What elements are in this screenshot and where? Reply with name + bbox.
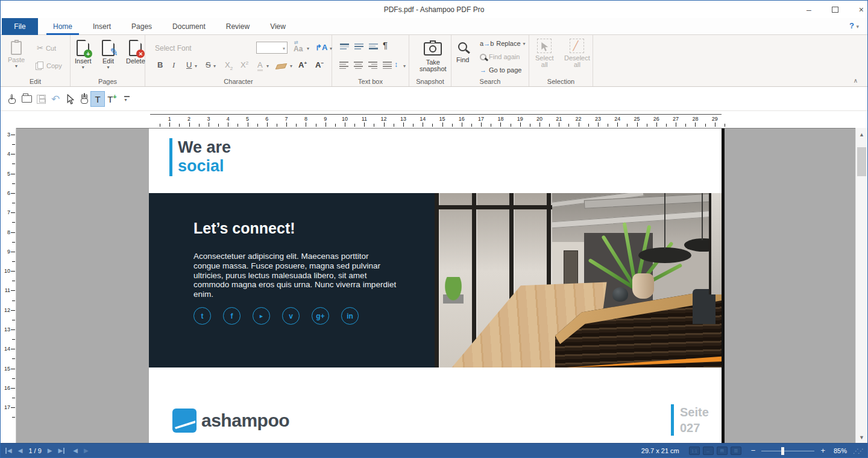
- previous-page-button[interactable]: ◀: [18, 448, 23, 454]
- workspace[interactable]: We are social Let’s connect! Aconsectetu…: [16, 128, 857, 444]
- group-pages: + Insert ▾ ✎ Edit ▾ × Delete Pages: [71, 35, 145, 86]
- h-ruler-tick: [345, 122, 345, 127]
- copy-button[interactable]: Copy: [36, 62, 62, 70]
- strikethrough-button[interactable]: S: [206, 60, 211, 69]
- tab-file[interactable]: File: [2, 18, 38, 35]
- zoom-out-button[interactable]: −: [751, 447, 756, 454]
- paste-button[interactable]: Paste ▾: [8, 41, 25, 68]
- tab-review[interactable]: Review: [216, 18, 260, 35]
- font-name-combo[interactable]: Select Font: [155, 44, 192, 52]
- zoom-in-button[interactable]: +: [820, 447, 825, 454]
- maximize-button[interactable]: [832, 7, 838, 13]
- tab-view[interactable]: View: [260, 18, 296, 35]
- insert-page-button[interactable]: + Insert ▾: [75, 40, 92, 69]
- shrink-font-button[interactable]: A−: [315, 60, 324, 69]
- close-button[interactable]: ×: [859, 5, 864, 14]
- find-again-button[interactable]: Find again: [480, 53, 520, 60]
- superscript-button[interactable]: X2: [241, 60, 248, 69]
- pilcrow-icon[interactable]: ¶: [383, 40, 388, 50]
- align-right-icon[interactable]: [368, 62, 377, 69]
- change-case-button[interactable]: ⇄Aa: [294, 45, 303, 53]
- align-left-icon[interactable]: [339, 62, 348, 69]
- save-file-button[interactable]: [34, 92, 48, 106]
- vimeo-icon: v: [282, 307, 300, 325]
- underline-button[interactable]: U: [186, 60, 192, 69]
- first-page-button[interactable]: ◀: [5, 448, 12, 454]
- zoom-slider[interactable]: [761, 447, 814, 455]
- select-all-button[interactable]: Select all: [535, 39, 554, 68]
- chevron-down-icon[interactable]: ▾: [266, 63, 269, 69]
- facebook-icon: f: [223, 307, 241, 325]
- add-text-tool[interactable]: T+: [105, 92, 119, 106]
- scroll-down-icon[interactable]: ▼: [856, 434, 867, 441]
- tab-pages[interactable]: Pages: [121, 18, 162, 35]
- font-size-combo[interactable]: ▾: [256, 42, 288, 54]
- delete-page-button[interactable]: × Delete: [126, 40, 145, 65]
- v-ruler-tick: [11, 271, 15, 272]
- pdf-page[interactable]: We are social Let’s connect! Aconsectetu…: [149, 129, 722, 444]
- deselect-all-button[interactable]: ╱ Deselect all: [564, 39, 590, 68]
- resize-grip-icon[interactable]: ⋰⋰: [853, 448, 863, 454]
- pan-tool[interactable]: [78, 92, 91, 106]
- align-justify-icon[interactable]: [383, 62, 392, 69]
- replace-button[interactable]: a→b Replace ▾: [480, 40, 526, 47]
- tab-insert[interactable]: Insert: [83, 18, 121, 35]
- grow-font-button[interactable]: A+: [298, 60, 307, 69]
- undo-button[interactable]: ↶: [49, 92, 62, 106]
- toolbar-options-button[interactable]: [120, 92, 133, 106]
- next-page-button[interactable]: ▶: [48, 448, 52, 454]
- vertical-scrollbar[interactable]: ▲ ▼: [855, 128, 867, 444]
- h-ruler-number: 28: [692, 116, 698, 122]
- take-snapshot-button[interactable]: Take snapshot: [420, 42, 447, 72]
- history-back-button[interactable]: ◀: [73, 448, 78, 454]
- text-direction-button[interactable]: ↱A: [315, 43, 327, 52]
- open-file-button[interactable]: [20, 92, 33, 106]
- single-page-button[interactable]: ▤: [717, 447, 728, 455]
- zoom-slider-thumb[interactable]: [781, 447, 784, 455]
- history-forward-button[interactable]: ▶: [84, 448, 89, 454]
- v-ruler-number: 6: [7, 190, 10, 196]
- italic-button[interactable]: I: [172, 60, 175, 70]
- minimize-button[interactable]: –: [807, 5, 811, 14]
- cut-button[interactable]: ✂ Cut: [37, 43, 56, 52]
- tab-home[interactable]: Home: [43, 18, 83, 35]
- facing-pages-button[interactable]: ▥: [731, 447, 741, 455]
- chevron-down-icon[interactable]: ▾: [213, 63, 216, 69]
- page-navigation: ◀ ◀ 1 / 9 ▶ ▶ ◀ ▶: [5, 444, 89, 458]
- align-middle-icon[interactable]: [354, 43, 363, 49]
- hand-icon: [80, 94, 89, 104]
- chevron-down-icon[interactable]: ▾: [307, 46, 309, 51]
- h-ruler-tick: [520, 122, 521, 127]
- edit-page-button[interactable]: ✎ Edit ▾: [102, 40, 115, 69]
- hand-link-tool[interactable]: [5, 92, 19, 106]
- font-color-button[interactable]: A: [257, 60, 263, 71]
- scrollbar-thumb[interactable]: [857, 147, 866, 176]
- highlighter-icon[interactable]: [275, 63, 288, 69]
- document-viewport: 34567891011121314151617 We are social Le…: [1, 128, 867, 444]
- group-label-pages: Pages: [71, 78, 145, 85]
- find-button[interactable]: Find: [456, 42, 469, 63]
- help-button[interactable]: ? ▾: [849, 21, 859, 30]
- bold-button[interactable]: B: [157, 60, 163, 69]
- subscript-button[interactable]: X2: [225, 60, 233, 71]
- align-top-icon[interactable]: [340, 43, 349, 49]
- line-spacing-icon[interactable]: ↕: [394, 60, 398, 69]
- chevron-down-icon: ▾: [82, 66, 84, 69]
- align-bottom-icon[interactable]: [369, 43, 378, 49]
- chevron-down-icon[interactable]: ▾: [195, 63, 197, 69]
- chevron-down-icon[interactable]: ▾: [290, 63, 292, 69]
- scroll-up-icon[interactable]: ▲: [856, 132, 867, 138]
- fit-width-button[interactable]: ↔: [703, 447, 714, 455]
- actual-size-button[interactable]: 1:1: [689, 447, 700, 455]
- collapse-ribbon-button[interactable]: ∧: [854, 77, 858, 84]
- tab-document[interactable]: Document: [162, 18, 216, 35]
- chevron-down-icon[interactable]: ▾: [403, 63, 406, 69]
- align-center-icon[interactable]: [354, 62, 363, 69]
- last-page-button[interactable]: ▶: [58, 448, 65, 454]
- v-ruler-minor-tick: [12, 320, 15, 320]
- window-title: PDFs.pdf - Ashampoo PDF Pro: [1, 5, 867, 14]
- go-to-page-button[interactable]: → Go to page: [480, 66, 521, 74]
- h-ruler-number: 25: [634, 116, 640, 122]
- select-tool[interactable]: [63, 92, 77, 106]
- text-select-tool[interactable]: T: [91, 92, 104, 106]
